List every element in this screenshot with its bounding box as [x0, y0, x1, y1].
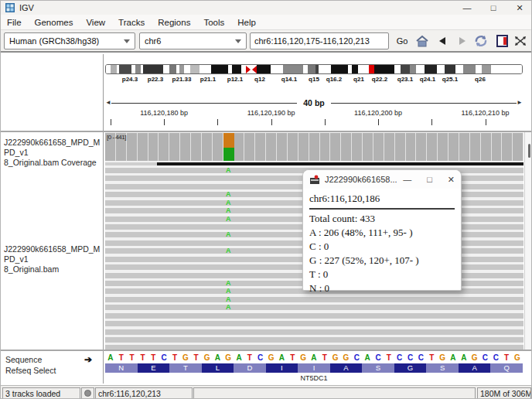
popup-maximize-button[interactable]: □: [427, 175, 432, 185]
read-mismatch-base: A: [226, 207, 231, 214]
home-icon[interactable]: [414, 33, 431, 49]
sequence-base: A: [362, 353, 373, 363]
coverage-column: [213, 133, 223, 161]
band-label: q24.1: [420, 76, 435, 83]
sequence-track[interactable]: ATTTTCTGTGAGATCGATGATGGCACTCCCTGAAGCCTG: [105, 353, 523, 363]
cytoband: [319, 65, 331, 73]
refseq-aminoacid-track[interactable]: NETLDIIASGSAQ: [105, 363, 523, 373]
cytoband: [184, 65, 190, 73]
cytoband: [143, 65, 163, 73]
sequence-base: T: [287, 353, 298, 363]
cytoband: [232, 65, 241, 73]
cytoband: [369, 65, 374, 73]
sequence-base: T: [138, 353, 148, 363]
sequence-base: G: [437, 353, 448, 363]
read-mismatch-base: A: [226, 200, 231, 206]
popup-minimize-button[interactable]: —: [403, 175, 411, 185]
coverage-track[interactable]: [105, 133, 523, 161]
amino-acid-block: D: [234, 363, 266, 373]
popup-title-bar[interactable]: J222990k661658... — □ ✕: [303, 170, 461, 189]
sequence-base: C: [351, 353, 362, 363]
coverage-column: [395, 133, 406, 161]
read-row[interactable]: [105, 337, 523, 343]
read-row[interactable]: [105, 162, 157, 165]
sequence-base: G: [180, 353, 191, 363]
ruler-tick-label: 116,120,210 bp: [462, 109, 510, 117]
toolbar: Human (GRCh38/hg38) chr6 Go: [1, 30, 532, 53]
read-mismatch-base: A: [226, 288, 231, 295]
strand-arrow-icon[interactable]: ➔: [84, 354, 92, 365]
menu-tracks[interactable]: Tracks: [118, 18, 145, 27]
sequence-panel: ATTTTCTGTGAGATCGATGATGGCACTCCCTGAAGCCTG …: [105, 351, 523, 384]
chromosome-ideogram[interactable]: [105, 64, 523, 74]
maximize-button[interactable]: □: [480, 1, 506, 15]
arrow-left-icon: ◄: [105, 98, 111, 107]
popup-count-line: T : 0: [309, 268, 455, 281]
go-button[interactable]: Go: [392, 34, 412, 48]
coverage-column: [277, 133, 288, 161]
sequence-base: A: [459, 353, 469, 363]
read-row[interactable]: [105, 321, 523, 326]
sequence-base: C: [490, 353, 501, 363]
popup-location: chr6:116,120,186: [309, 191, 455, 208]
coverage-column: [406, 133, 417, 161]
cytoband: [190, 65, 200, 73]
menu-regions[interactable]: Regions: [158, 18, 190, 27]
locus-input[interactable]: [250, 32, 389, 49]
region-tool-icon[interactable]: [493, 33, 510, 49]
arrow-right-icon: ►: [517, 98, 523, 107]
refseq-track-label[interactable]: Refseq Select: [5, 366, 56, 375]
back-icon[interactable]: [434, 33, 451, 49]
read-row[interactable]: A: [105, 305, 523, 310]
amino-acid-block: E: [138, 363, 170, 373]
refresh-icon[interactable]: [472, 33, 489, 49]
tracks-loaded-status: 3 tracks loaded: [2, 387, 80, 399]
cytoband: [111, 65, 117, 73]
read-row[interactable]: [105, 313, 523, 319]
sequence-base: A: [212, 353, 223, 363]
ruler-tick: [217, 119, 218, 125]
band-label: p21.1: [200, 76, 216, 83]
cytoband: [410, 65, 416, 73]
popup-count-line: C : 0: [309, 240, 455, 254]
coverage-mismatch-column[interactable]: [223, 133, 234, 161]
cytoband: [271, 65, 283, 73]
popup-count-line: A : 206 (48%, 111+, 95- ): [309, 226, 455, 240]
coverage-column: [341, 133, 352, 161]
ruler-tick-label: 116,120,200 bp: [354, 109, 402, 117]
menu-genomes[interactable]: Genomes: [35, 18, 73, 27]
band-label: q21: [353, 76, 364, 83]
sequence-base: C: [415, 353, 426, 363]
gene-name: NT5DC1: [105, 374, 523, 382]
menu-view[interactable]: View: [86, 18, 105, 27]
message-status: [193, 387, 476, 399]
ruler-tick: [431, 119, 432, 125]
menu-tools[interactable]: Tools: [203, 18, 224, 27]
menu-help[interactable]: Help: [237, 18, 256, 27]
read-row[interactable]: [105, 329, 523, 335]
dark-read-row[interactable]: [157, 162, 523, 165]
amino-acid-block: S: [362, 363, 394, 373]
coverage-column: [191, 133, 202, 161]
fit-to-window-icon[interactable]: [512, 33, 529, 49]
chromosome-select[interactable]: chr6: [139, 32, 247, 49]
ideogram-ruler-panel[interactable]: p24.3p22.3p21.33p21.1p12.1q12q14.1q15q16…: [105, 54, 523, 131]
close-button[interactable]: ✕: [506, 1, 532, 15]
genome-select[interactable]: Human (GRCh38/hg38): [4, 32, 135, 49]
band-label: q14.1: [281, 76, 297, 83]
cytoband: [211, 65, 228, 73]
popup-body: chr6:116,120,186 Total count: 433A : 206…: [303, 189, 461, 298]
popup-close-button[interactable]: ✕: [448, 175, 455, 185]
scrollbar-thumb[interactable]: [528, 144, 530, 158]
minimize-button[interactable]: —: [454, 1, 480, 15]
vertical-scrollbar[interactable]: [524, 132, 532, 350]
alignment-track-label[interactable]: J222990k661658_MPD_MPD_v1 8_Original.bam: [4, 244, 101, 275]
menu-file[interactable]: File: [7, 18, 22, 27]
ruler-tick-label: 116,120,190 bp: [247, 109, 295, 117]
coverage-allele-g: [223, 133, 234, 148]
coverage-track-label[interactable]: J222990k661658_MPD_MPD_v1 8_Original.bam…: [4, 138, 101, 168]
coverage-column: [169, 133, 180, 161]
forward-icon[interactable]: [454, 33, 471, 49]
sequence-track-label[interactable]: Sequence: [5, 355, 42, 364]
read-row[interactable]: A: [105, 297, 523, 302]
